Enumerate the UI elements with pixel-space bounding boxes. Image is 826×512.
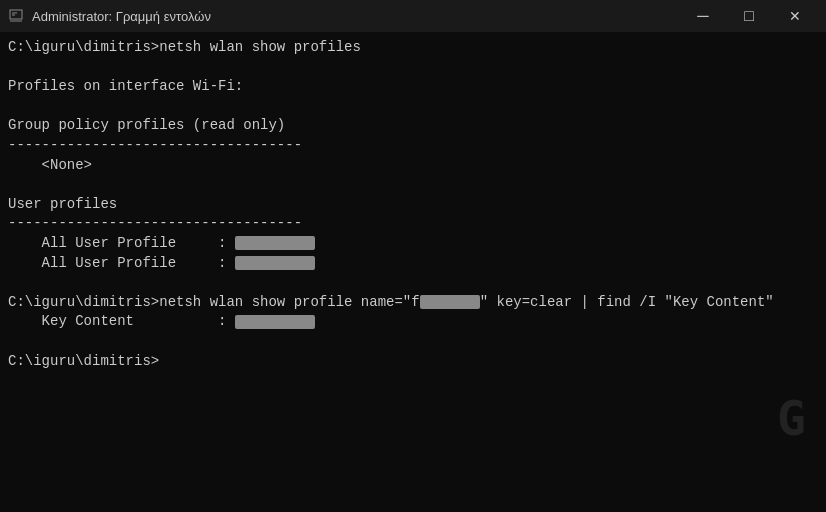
minimize-button[interactable]: ─ bbox=[680, 0, 726, 32]
window-title: Administrator: Γραμμή εντολών bbox=[32, 9, 680, 24]
terminal-window[interactable]: C:\iguru\dimitris>netsh wlan show profil… bbox=[0, 32, 826, 512]
output-line-4: <None> bbox=[8, 156, 818, 176]
command-line-2: C:\iguru\dimitris>netsh wlan show profil… bbox=[8, 293, 818, 313]
output-line-5: User profiles bbox=[8, 195, 818, 215]
output-line-1: Profiles on interface Wi-Fi: bbox=[8, 77, 818, 97]
app-icon bbox=[8, 8, 24, 24]
blurred-value-2 bbox=[235, 256, 315, 270]
blurred-name bbox=[420, 295, 480, 309]
blank-line-3 bbox=[8, 175, 818, 195]
window-controls: ─ □ ✕ bbox=[680, 0, 818, 32]
output-line-6: ----------------------------------- bbox=[8, 214, 818, 234]
blurred-value-1 bbox=[235, 236, 315, 250]
output-line-3: ----------------------------------- bbox=[8, 136, 818, 156]
watermark: G bbox=[777, 385, 806, 452]
window: Administrator: Γραμμή εντολών ─ □ ✕ C:\i… bbox=[0, 0, 826, 512]
prompt-line: C:\iguru\dimitris> bbox=[8, 352, 818, 372]
command-line-1: C:\iguru\dimitris>netsh wlan show profil… bbox=[8, 38, 818, 58]
blank-line-5 bbox=[8, 332, 818, 352]
svg-rect-0 bbox=[10, 10, 22, 19]
close-button[interactable]: ✕ bbox=[772, 0, 818, 32]
blank-line-2 bbox=[8, 97, 818, 117]
output-line-2: Group policy profiles (read only) bbox=[8, 116, 818, 136]
profile-line-2: All User Profile : bbox=[8, 254, 818, 274]
profile-line-1: All User Profile : bbox=[8, 234, 818, 254]
blurred-key bbox=[235, 315, 315, 329]
blank-line-1 bbox=[8, 58, 818, 78]
key-content-line: Key Content : bbox=[8, 312, 818, 332]
title-bar: Administrator: Γραμμή εντολών ─ □ ✕ bbox=[0, 0, 826, 32]
maximize-button[interactable]: □ bbox=[726, 0, 772, 32]
blank-line-4 bbox=[8, 273, 818, 293]
